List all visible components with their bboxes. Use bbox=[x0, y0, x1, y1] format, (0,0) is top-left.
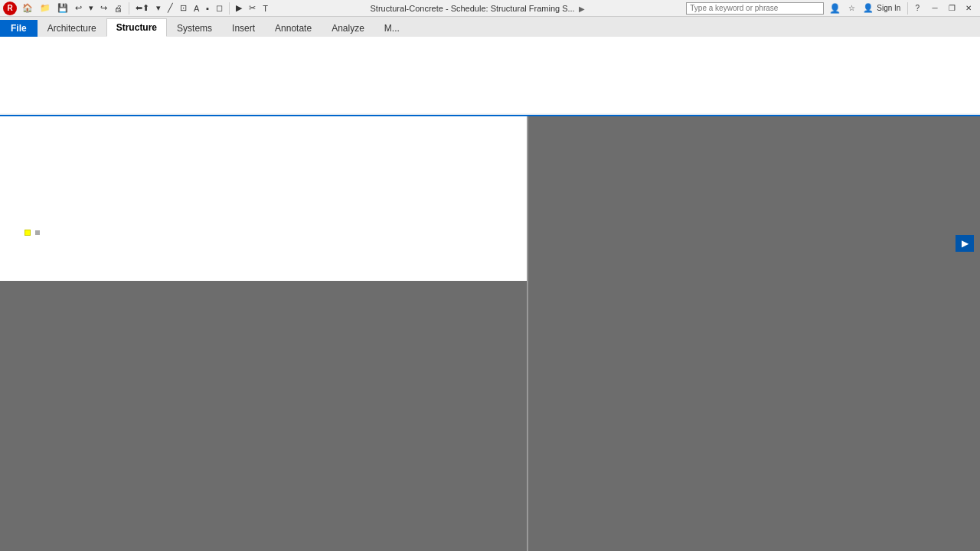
minimize-button[interactable]: ─ bbox=[926, 2, 943, 15]
qa-text-button[interactable]: A bbox=[191, 3, 201, 14]
revit-logo[interactable]: R bbox=[3, 2, 17, 15]
arrow-right-icon: ▶ bbox=[962, 238, 969, 249]
ribbon: File Architecture Structure Systems Inse… bbox=[0, 17, 980, 116]
search-input[interactable] bbox=[690, 4, 820, 12]
ribbon-tabs: File Architecture Structure Systems Inse… bbox=[0, 17, 980, 37]
close-icon: ✕ bbox=[965, 4, 972, 12]
path-arrow: ▶ bbox=[579, 5, 585, 13]
qa-scissors-button[interactable]: ✂ bbox=[247, 2, 258, 14]
qa-save-button[interactable]: 💾 bbox=[55, 2, 70, 14]
schedule-indicator bbox=[24, 230, 40, 236]
qa-thin-lines[interactable]: ╱ bbox=[165, 2, 175, 14]
title-text: Structural-Concrete - Schedule: Structur… bbox=[371, 4, 575, 13]
main-area: ▶ bbox=[0, 116, 980, 549]
sign-in-button[interactable]: 👤 Sign In bbox=[861, 2, 903, 14]
help-button[interactable]: ? bbox=[913, 3, 922, 13]
tab-massing[interactable]: M... bbox=[374, 19, 410, 37]
qa-filled-region[interactable]: ▪ bbox=[204, 3, 211, 14]
tab-annotate[interactable]: Annotate bbox=[265, 19, 322, 37]
sign-in-label: Sign In bbox=[877, 4, 900, 12]
qa-home-button[interactable]: 🏠 bbox=[20, 2, 35, 14]
qa-redo-button[interactable]: ↪ bbox=[98, 2, 109, 14]
title-bar-right: 👤 ☆ 👤 Sign In ? bbox=[827, 2, 922, 15]
qa-open-button[interactable]: 📁 bbox=[38, 2, 53, 14]
separator bbox=[129, 2, 129, 15]
tab-structure[interactable]: Structure bbox=[106, 18, 167, 37]
help-icon: ? bbox=[915, 4, 920, 12]
schedule-icon bbox=[24, 230, 31, 236]
window-controls: ─ ❐ ✕ bbox=[926, 2, 977, 15]
tab-file[interactable]: File bbox=[0, 20, 38, 37]
window-title: Structural-Concrete - Schedule: Structur… bbox=[270, 4, 686, 13]
qa-undo-dropdown[interactable]: ▾ bbox=[87, 2, 96, 14]
tab-insert[interactable]: Insert bbox=[222, 19, 265, 37]
qa-measure-button[interactable]: ⬅⬆ bbox=[133, 2, 152, 14]
separator2 bbox=[229, 2, 230, 15]
restore-button[interactable]: ❐ bbox=[943, 2, 960, 15]
document-area bbox=[0, 116, 528, 281]
close-button[interactable]: ✕ bbox=[960, 2, 977, 15]
title-bar: R 🏠 📁 💾 ↩ ▾ ↪ 🖨 ⬅⬆ ▾ ╱ ⊡ A ▪ ◻ ▶ ✂ T Str… bbox=[0, 0, 980, 17]
qa-undo-button[interactable]: ↩ bbox=[73, 2, 84, 14]
qa-tag-button[interactable]: T bbox=[260, 3, 270, 14]
minimize-icon: ─ bbox=[932, 4, 937, 12]
qa-arrow-button[interactable]: ▶ bbox=[234, 2, 244, 14]
favorites-button[interactable]: ☆ bbox=[846, 3, 858, 13]
tab-analyze[interactable]: Analyze bbox=[322, 19, 374, 37]
user-icon-button[interactable]: 👤 bbox=[827, 2, 843, 15]
tab-systems[interactable]: Systems bbox=[167, 19, 222, 37]
ribbon-content bbox=[0, 37, 980, 113]
qa-snapping[interactable]: ⊡ bbox=[178, 2, 189, 14]
user-icon: 👤 bbox=[863, 3, 874, 13]
gray-canvas bbox=[0, 281, 980, 551]
qa-model-button[interactable]: ◻ bbox=[214, 2, 225, 14]
restore-icon: ❐ bbox=[949, 4, 956, 12]
view-arrow-button[interactable]: ▶ bbox=[956, 235, 974, 252]
qa-measure-dropdown[interactable]: ▾ bbox=[154, 2, 163, 14]
sep3 bbox=[907, 2, 908, 15]
qa-print-button[interactable]: 🖨 bbox=[112, 3, 125, 14]
quick-access-toolbar: 🏠 📁 💾 ↩ ▾ ↪ 🖨 ⬅⬆ ▾ ╱ ⊡ A ▪ ◻ ▶ ✂ T bbox=[20, 2, 270, 15]
tab-architecture[interactable]: Architecture bbox=[38, 19, 106, 37]
secondary-icon bbox=[35, 230, 40, 235]
canvas-divider bbox=[527, 281, 528, 551]
search-box bbox=[686, 2, 824, 15]
